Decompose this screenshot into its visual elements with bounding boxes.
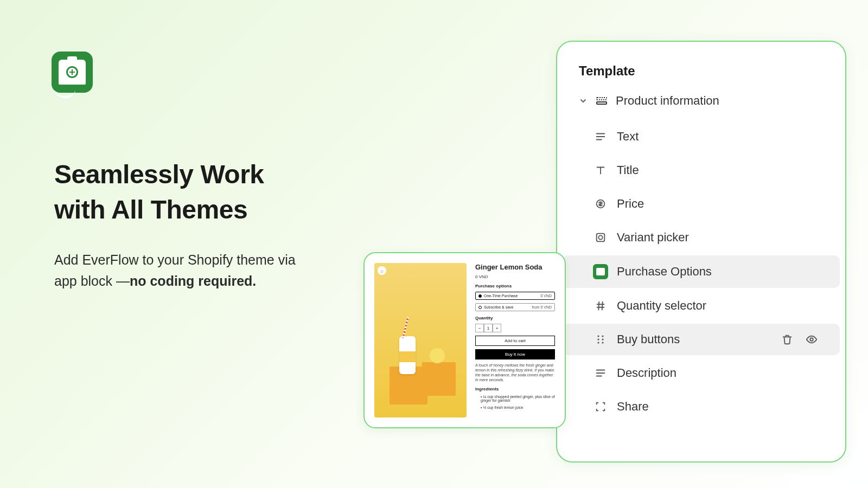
headline-line: Seamlessly Work — [54, 157, 264, 192]
buy-now-button[interactable]: Buy it now — [475, 349, 555, 359]
svg-line-13 — [602, 302, 603, 310]
svg-point-9 — [598, 235, 602, 239]
ingredient-item: • ½ cup fresh lemon juice — [475, 406, 555, 409]
block-item-title[interactable]: Title — [563, 155, 840, 186]
svg-point-16 — [597, 338, 599, 340]
hash-icon — [593, 300, 608, 312]
drag-handle-icon[interactable] — [593, 333, 608, 345]
product-preview-card: ⌕ Ginger Lemon Soda 0 VND Purchase optio… — [363, 252, 566, 428]
add-to-cart-button[interactable]: Add to cart — [475, 336, 555, 346]
block-label: Purchase Options — [617, 265, 712, 279]
ingredients-label: Ingredients — [475, 387, 555, 391]
block-label: Quantity selector — [617, 299, 706, 313]
section-icon — [595, 94, 608, 107]
title-t-icon — [593, 164, 608, 176]
block-label: Description — [617, 366, 676, 380]
svg-point-18 — [597, 342, 599, 343]
share-icon — [593, 401, 608, 413]
product-title: Ginger Lemon Soda — [475, 263, 555, 271]
quantity-label: Quantity — [475, 316, 555, 320]
app-logo — [52, 52, 93, 93]
block-label: Title — [617, 163, 639, 177]
svg-rect-0 — [597, 98, 607, 100]
svg-line-12 — [598, 302, 599, 310]
block-item-text[interactable]: Text — [563, 121, 840, 152]
variant-icon — [593, 232, 608, 243]
quantity-stepper[interactable]: −1+ — [475, 324, 555, 332]
zoom-icon[interactable]: ⌕ — [378, 266, 386, 275]
tree-root-item[interactable]: Product information — [557, 94, 845, 120]
block-item-description[interactable]: Description — [563, 357, 840, 389]
price-tag-icon — [593, 198, 608, 210]
page-headline: Seamlessly Work with All Themes — [54, 157, 264, 228]
qty-plus[interactable]: + — [493, 324, 501, 332]
block-label: Share — [617, 400, 649, 414]
app-block-icon — [593, 264, 608, 279]
block-item-price[interactable]: Price — [563, 188, 840, 220]
text-lines-icon — [593, 367, 608, 379]
svg-point-19 — [602, 342, 603, 343]
svg-rect-1 — [597, 102, 607, 104]
product-image: ⌕ — [374, 263, 467, 418]
qty-minus[interactable]: − — [475, 324, 484, 332]
product-description: A touch of honey mellows the fresh ginge… — [475, 363, 555, 382]
block-item-quantity-selector[interactable]: Quantity selector — [563, 290, 840, 322]
svg-point-15 — [602, 335, 603, 337]
ingredient-item: • ¼ cup chopped peeled ginger, plus slic… — [475, 395, 555, 402]
page-subheadline: Add EverFlow to your Shopify theme via a… — [54, 249, 309, 292]
block-label: Variant picker — [617, 230, 689, 245]
headline-line: with All Themes — [54, 192, 264, 228]
delete-icon[interactable] — [781, 333, 793, 345]
visibility-icon[interactable] — [805, 333, 818, 345]
block-item-buy-buttons[interactable]: Buy buttons — [563, 324, 840, 355]
purchase-option-onetime[interactable]: One-Time Purchase0 VND — [475, 292, 555, 300]
block-item-variant-picker[interactable]: Variant picker — [563, 222, 840, 253]
svg-point-17 — [602, 338, 603, 340]
purchase-option-subscribe[interactable]: Subscribe & savefrom 0 VND — [475, 303, 555, 311]
svg-point-14 — [597, 335, 599, 337]
tree-root-label: Product information — [616, 94, 719, 108]
block-label: Price — [617, 197, 644, 211]
template-panel: Template Product information Text Title … — [556, 41, 846, 463]
purchase-options-label: Purchase options — [475, 284, 555, 288]
block-item-purchase-options[interactable]: Purchase Options — [563, 255, 840, 288]
product-price: 0 VND — [475, 274, 555, 279]
svg-rect-8 — [597, 234, 605, 242]
block-label: Buy buttons — [617, 332, 680, 346]
block-label: Text — [617, 130, 639, 144]
qty-value: 1 — [484, 324, 493, 332]
block-item-share[interactable]: Share — [563, 391, 840, 422]
text-lines-icon — [593, 131, 608, 143]
template-panel-title: Template — [557, 63, 845, 94]
svg-point-20 — [810, 338, 813, 341]
chevron-down-icon — [579, 97, 588, 105]
